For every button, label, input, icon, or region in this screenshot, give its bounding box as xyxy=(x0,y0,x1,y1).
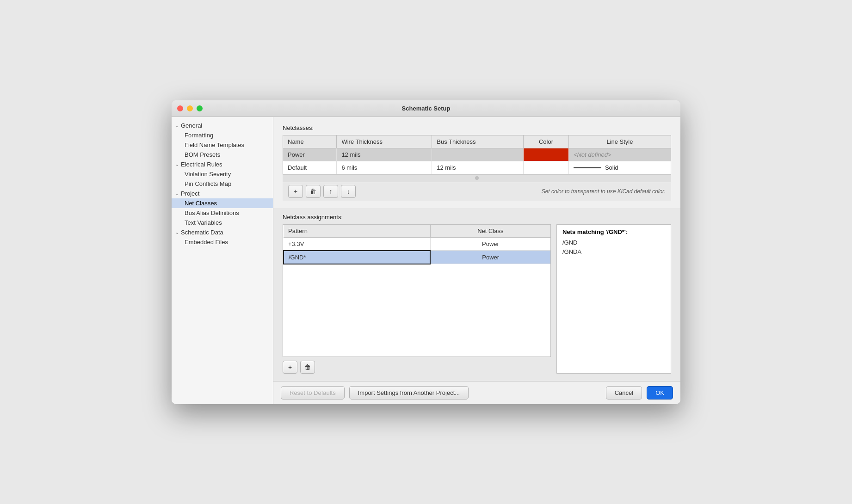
cell-pattern: +3.3V xyxy=(284,237,430,251)
netclasses-label: Netclasses: xyxy=(283,124,671,131)
scroll-area xyxy=(283,174,671,182)
move-up-button[interactable]: ↑ xyxy=(323,185,338,198)
table-row[interactable]: Default 6 mils 12 mils Solid xyxy=(283,161,671,174)
reset-defaults-button[interactable]: Reset to Defaults xyxy=(281,386,345,400)
netclasses-table-container: Name Wire Thickness Bus Thickness Color … xyxy=(283,135,671,174)
window-title: Schematic Setup xyxy=(402,105,451,112)
line-style-label: Solid xyxy=(605,164,618,171)
scroll-handle xyxy=(475,176,479,180)
col-header-line-style: Line Style xyxy=(568,135,671,148)
sidebar: ⌄ General Formatting Field Name Template… xyxy=(172,117,273,404)
delete-assignment-button[interactable]: 🗑 xyxy=(300,361,315,374)
plus-icon: + xyxy=(294,188,297,195)
sidebar-item-electrical-rules[interactable]: ⌄ Electrical Rules xyxy=(172,160,273,169)
chevron-icon: ⌄ xyxy=(175,162,179,167)
assignments-toolbar: + 🗑 xyxy=(283,357,551,374)
sidebar-item-embedded-files[interactable]: Embedded Files xyxy=(172,237,273,247)
cell-net-class-selected: Power xyxy=(430,251,550,264)
netclasses-table: Name Wire Thickness Bus Thickness Color … xyxy=(283,135,671,174)
cell-net-class: Power xyxy=(430,237,550,251)
plus-icon: + xyxy=(288,363,292,371)
sidebar-item-general[interactable]: ⌄ General xyxy=(172,121,273,130)
chevron-icon: ⌄ xyxy=(175,123,179,128)
main-content: Netclasses: Name Wire Thickness Bus Thic… xyxy=(273,117,680,404)
close-button[interactable] xyxy=(177,105,183,111)
assignments-table: Pattern Net Class +3.3V Power xyxy=(283,225,550,356)
cell-line-style: Solid xyxy=(568,161,671,174)
add-netclass-button[interactable]: + xyxy=(288,185,303,198)
assignments-section: Netclass assignments: Pattern Net Class xyxy=(273,208,680,381)
sidebar-item-violation-severity[interactable]: Violation Severity xyxy=(172,169,273,179)
arrow-up-icon: ↑ xyxy=(329,188,333,195)
sidebar-item-pin-conflicts-map[interactable]: Pin Conflicts Map xyxy=(172,179,273,189)
delete-netclass-button[interactable]: 🗑 xyxy=(306,185,321,198)
window-controls xyxy=(177,105,203,111)
sidebar-item-schematic-data[interactable]: ⌄ Schematic Data xyxy=(172,227,273,237)
table-row[interactable]: +3.3V Power xyxy=(284,237,550,251)
toolbar-hint: Set color to transparent to use KiCad de… xyxy=(542,188,666,195)
cell-bus-thickness xyxy=(432,148,524,161)
col-header-wire-thickness: Wire Thickness xyxy=(337,135,432,148)
cell-wire-thickness: 12 mils xyxy=(337,148,432,161)
col-header-name: Name xyxy=(283,135,337,148)
cell-line-style: <Not defined> xyxy=(568,148,671,161)
import-settings-button[interactable]: Import Settings from Another Project... xyxy=(349,386,469,400)
cell-pattern-selected[interactable]: /GND* xyxy=(284,251,430,264)
col-header-pattern: Pattern xyxy=(284,225,430,238)
minimize-button[interactable] xyxy=(187,105,193,111)
titlebar: Schematic Setup xyxy=(172,100,680,117)
assignments-label: Netclass assignments: xyxy=(283,214,671,221)
cell-color[interactable] xyxy=(524,148,569,161)
arrow-down-icon: ↓ xyxy=(347,188,350,195)
assignments-inner: Pattern Net Class +3.3V Power xyxy=(283,224,671,374)
netclasses-toolbar: + 🗑 ↑ ↓ Set color to transparent to use … xyxy=(283,182,671,201)
col-header-net-class: Net Class xyxy=(430,225,550,238)
col-header-color: Color xyxy=(524,135,569,148)
sidebar-item-formatting[interactable]: Formatting xyxy=(172,130,273,140)
empty-cell xyxy=(284,264,550,356)
body: ⌄ General Formatting Field Name Template… xyxy=(172,117,680,404)
assignments-table-container: Pattern Net Class +3.3V Power xyxy=(283,224,551,357)
cell-name: Power xyxy=(283,148,337,161)
table-row-selected[interactable]: /GND* Power xyxy=(284,251,550,264)
trash-icon: 🗑 xyxy=(304,363,311,371)
trash-icon: 🗑 xyxy=(310,188,316,195)
line-style-content: Solid xyxy=(574,164,666,171)
sidebar-item-net-classes[interactable]: Net Classes xyxy=(172,198,273,208)
maximize-button[interactable] xyxy=(197,105,203,111)
move-down-button[interactable]: ↓ xyxy=(341,185,356,198)
chevron-icon: ⌄ xyxy=(175,230,179,235)
nets-panel-title: Nets matching '/GND*': xyxy=(562,228,665,235)
cell-name: Default xyxy=(283,161,337,174)
footer-right: Cancel OK xyxy=(606,386,673,400)
add-assignment-button[interactable]: + xyxy=(283,361,297,374)
net-item-2: /GNDA xyxy=(562,247,665,257)
sidebar-item-project[interactable]: ⌄ Project xyxy=(172,189,273,198)
cell-wire-thickness: 6 mils xyxy=(337,161,432,174)
table-row-empty xyxy=(284,264,550,356)
col-header-bus-thickness: Bus Thickness xyxy=(432,135,524,148)
footer: Reset to Defaults Import Settings from A… xyxy=(273,381,680,404)
sidebar-item-field-name-templates[interactable]: Field Name Templates xyxy=(172,140,273,150)
chevron-icon: ⌄ xyxy=(175,191,179,196)
solid-line-icon xyxy=(574,167,601,168)
sidebar-item-bom-presets[interactable]: BOM Presets xyxy=(172,150,273,160)
ok-button[interactable]: OK xyxy=(647,386,673,400)
cell-color[interactable] xyxy=(524,161,569,174)
nets-panel: Nets matching '/GND*': /GND /GNDA xyxy=(556,224,671,374)
sidebar-item-bus-alias-definitions[interactable]: Bus Alias Definitions xyxy=(172,208,273,218)
net-item-1: /GND xyxy=(562,238,665,248)
cancel-button[interactable]: Cancel xyxy=(606,386,642,400)
content-area: Netclasses: Name Wire Thickness Bus Thic… xyxy=(273,117,680,208)
main-window: Schematic Setup ⌄ General Formatting Fie… xyxy=(172,100,680,404)
cell-bus-thickness: 12 mils xyxy=(432,161,524,174)
sidebar-item-text-variables[interactable]: Text Variables xyxy=(172,218,273,227)
table-row[interactable]: Power 12 mils <Not defined> xyxy=(283,148,671,161)
assignments-left: Pattern Net Class +3.3V Power xyxy=(283,224,551,374)
